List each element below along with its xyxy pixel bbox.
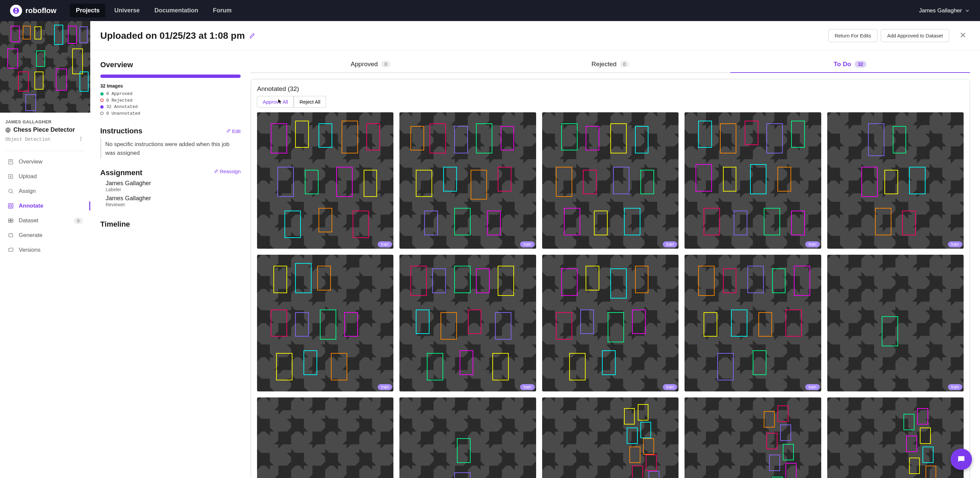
nav-link-universe[interactable]: Universe (108, 4, 146, 18)
svg-rect-14 (8, 219, 10, 221)
user-menu[interactable]: James Gallagher (919, 7, 970, 14)
svg-rect-16 (8, 221, 10, 223)
user-name: James Gallagher (919, 7, 962, 14)
thumbnail[interactable]: train (257, 397, 393, 478)
tab-rejected[interactable]: Rejected 0 (490, 61, 730, 73)
assignment-header: Assignment James Gallagher Labeler James… (100, 169, 241, 210)
chat-icon (956, 455, 966, 464)
svg-rect-17 (11, 221, 13, 223)
panel-title: Annotated (32) (257, 85, 964, 92)
annotate-icon (7, 202, 14, 209)
thumb-tag: train (520, 241, 535, 247)
dot-approved-icon (100, 92, 103, 96)
sidebar-item-upload[interactable]: Upload (3, 169, 88, 184)
sidebar-item-dataset[interactable]: Dataset 0 (3, 213, 88, 228)
thumbnail-grid: traintraintraintraintraintraintraintrain… (257, 112, 964, 478)
sidebar-item-label: Upload (19, 173, 37, 180)
reject-all-button[interactable]: Reject All (294, 96, 326, 108)
thumbnail[interactable]: train (684, 112, 821, 249)
thumb-tag: train (520, 384, 535, 390)
sidebar: JAMES GALLAGHER Chess Piece Detector Obj… (0, 21, 90, 478)
reviewer-role: Reviewer (106, 202, 151, 207)
thumbnail[interactable]: train (684, 397, 821, 478)
nav-link-documentation[interactable]: Documentation (148, 4, 204, 18)
overview-title: Overview (100, 61, 241, 69)
thumbnail[interactable]: train (684, 255, 821, 391)
svg-point-4 (81, 140, 81, 141)
close-icon[interactable] (959, 32, 967, 40)
thumbnail[interactable]: train (257, 112, 393, 249)
more-icon[interactable] (77, 135, 85, 144)
thumbnail[interactable]: train (399, 255, 536, 391)
progress-bar (100, 75, 241, 78)
thumbnail[interactable]: train (542, 397, 679, 478)
sidebar-item-annotate[interactable]: Annotate (3, 199, 88, 213)
sidebar-item-overview[interactable]: Overview (3, 155, 88, 169)
sidebar-item-label: Overview (19, 158, 43, 165)
thumb-tag: train (948, 241, 962, 247)
logo[interactable]: roboflow (10, 5, 56, 17)
svg-point-3 (81, 139, 81, 139)
chat-fab[interactable] (951, 449, 972, 470)
timeline-block: Timeline (100, 220, 241, 229)
doc-icon (7, 158, 14, 165)
thumbnail[interactable]: train (399, 397, 536, 478)
edit-title-icon[interactable] (249, 30, 255, 41)
reassign-button[interactable]: Reassign (213, 169, 241, 174)
chevron-down-icon (965, 8, 970, 13)
pencil-icon (226, 129, 231, 133)
project-info: JAMES GALLAGHER Chess Piece Detector Obj… (0, 113, 90, 147)
project-preview-image[interactable] (0, 21, 90, 113)
stat-rejected: 0 Rejected (100, 97, 241, 104)
tab-approved[interactable]: Approved 0 (251, 61, 490, 73)
assignment-title: Assignment (100, 169, 151, 177)
svg-line-11 (12, 192, 13, 194)
thumbnail[interactable]: train (827, 397, 964, 478)
header-bar: Uploaded on 01/25/23 at 1:08 pm Return F… (90, 21, 980, 51)
thumb-tag: train (663, 241, 677, 247)
project-type: Object Detection (5, 137, 50, 142)
nav-left: roboflow Projects Universe Documentation… (10, 4, 238, 18)
thumbnail[interactable]: train (827, 255, 964, 391)
edit-instructions-button[interactable]: Edit (226, 128, 241, 134)
sidebar-item-label: Assign (19, 188, 36, 194)
reviewer-name: James Gallagher (106, 195, 151, 202)
tab-todo[interactable]: To Do 32 (730, 61, 970, 73)
sidebar-item-label: Versions (19, 247, 40, 253)
thumbnail[interactable]: train (257, 255, 393, 391)
logo-icon (10, 5, 22, 17)
sidebar-item-generate[interactable]: Generate (3, 228, 88, 243)
dataset-icon (7, 217, 14, 224)
project-name-row: Chess Piece Detector (5, 126, 85, 133)
thumb-tag: train (378, 241, 392, 247)
page-title: Uploaded on 01/25/23 at 1:08 pm (100, 30, 245, 41)
right-column: Approved 0 Rejected 0 To Do 32 Annotated… (251, 61, 970, 478)
thumbnail[interactable]: train (542, 112, 679, 249)
return-for-edits-button[interactable]: Return For Edits (828, 29, 877, 42)
image-count: 32 Images (100, 83, 241, 89)
thumb-tag: train (805, 384, 819, 390)
thumbnail[interactable]: train (399, 112, 536, 249)
sidebar-item-assign[interactable]: Assign (3, 184, 88, 199)
svg-rect-13 (10, 205, 12, 207)
approve-all-button[interactable]: Approve All (257, 96, 294, 108)
upload-icon (7, 173, 14, 180)
pencil-icon (213, 169, 218, 174)
thumbnail[interactable]: train (542, 255, 679, 391)
dot-annotated-icon (100, 105, 103, 108)
assignment-block: Assignment James Gallagher Labeler James… (100, 169, 241, 210)
owner-name: JAMES GALLAGHER (5, 120, 85, 124)
annotated-panel: Annotated (32) Approve All Reject All tr… (251, 79, 970, 478)
labeler-role: Labeler (106, 187, 151, 192)
add-approved-button[interactable]: Add Approved to Dataset (881, 29, 949, 42)
sidebar-item-label: Dataset (19, 217, 38, 224)
nav-link-projects[interactable]: Projects (70, 4, 106, 18)
nav-links: Projects Universe Documentation Forum (70, 4, 238, 18)
sidebar-item-versions[interactable]: Versions (3, 243, 88, 257)
thumb-tag: train (663, 384, 677, 390)
main: JAMES GALLAGHER Chess Piece Detector Obj… (0, 21, 980, 478)
svg-rect-12 (8, 204, 13, 208)
nav-link-forum[interactable]: Forum (207, 4, 238, 18)
thumbnail[interactable]: train (827, 112, 964, 249)
dot-unannotated-icon (100, 112, 103, 115)
